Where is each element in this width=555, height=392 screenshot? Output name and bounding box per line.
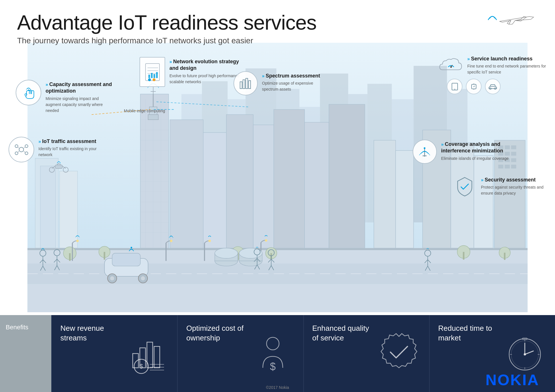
illustration-area: »Capacity assessment and optimization Mi…	[0, 43, 555, 312]
svg-rect-15	[40, 166, 56, 248]
svg-line-160	[18, 151, 19, 153]
quality-icon	[378, 331, 420, 376]
benefit-item-cost: Optimized cost of ownership $	[177, 315, 303, 392]
benefit-icon-cost: $	[251, 324, 294, 383]
svg-rect-129	[55, 165, 62, 169]
service-launch-callout: »Service launch readiness Fine tune end …	[438, 54, 546, 94]
document-icon	[143, 62, 162, 82]
spectrum-text: »Spectrum assessment Optimize usage of e…	[262, 71, 327, 92]
svg-point-75	[76, 240, 79, 242]
svg-point-87	[141, 276, 145, 280]
svg-rect-44	[474, 156, 493, 248]
svg-rect-36	[253, 125, 274, 248]
watch-icon-circle	[466, 79, 482, 94]
shield-icon	[455, 176, 475, 197]
svg-line-161	[24, 151, 25, 153]
tablet-icon	[450, 82, 459, 91]
airplane-decoration	[487, 9, 538, 31]
security-callout: »Security assessment Protect against sec…	[452, 174, 549, 199]
network-evolution-text: »Network evolution strategy and design E…	[169, 57, 241, 85]
cloud-icon	[438, 56, 464, 74]
time-icon	[505, 332, 545, 376]
svg-rect-143	[148, 75, 150, 78]
iot-traffic-icon	[14, 142, 29, 158]
benefit-text-revenue: New revenue streams	[60, 324, 120, 343]
svg-rect-38	[305, 122, 329, 248]
header-section: Advantage IoT readiness services The jou…	[0, 0, 555, 51]
page-subtitle: The journey towards high performance IoT…	[17, 36, 538, 45]
svg-line-159	[24, 147, 25, 148]
svg-rect-48	[511, 145, 516, 149]
benefit-icon-revenue: $	[125, 324, 169, 383]
svg-rect-145	[153, 74, 155, 78]
spectrum-callout: »Spectrum assessment Optimize usage of e…	[234, 71, 327, 95]
network-evolution-callout: »Network evolution strategy and design E…	[140, 57, 241, 87]
benefit-item-revenue: New revenue streams $	[51, 315, 177, 392]
svg-rect-33	[170, 120, 203, 248]
svg-point-154	[15, 145, 18, 148]
security-icon-area	[452, 174, 477, 199]
svg-rect-149	[240, 82, 242, 89]
svg-rect-41	[396, 150, 413, 248]
capacity-callout: »Capacity assessment and optimization Mi…	[16, 80, 114, 114]
svg-point-79	[208, 240, 211, 242]
capacity-icon-circle	[16, 80, 41, 105]
benefit-icon-quality	[377, 324, 421, 383]
benefit-text-time: Reduced time to market	[438, 324, 498, 343]
mobile-edge-label: Mobile edge computing	[124, 108, 165, 113]
cost-icon: $	[254, 331, 291, 376]
svg-point-157	[25, 152, 28, 155]
svg-rect-146	[156, 72, 158, 78]
svg-rect-35	[226, 115, 253, 248]
svg-rect-83	[112, 253, 140, 266]
tablet-icon-circle	[447, 79, 462, 94]
security-text: »Security assessment Protect against sec…	[481, 174, 549, 196]
svg-point-148	[153, 78, 155, 81]
benefits-label-cell: Benefits	[0, 315, 51, 392]
svg-rect-14	[60, 171, 77, 248]
spectrum-icon	[238, 75, 253, 91]
car-icon-circle	[485, 79, 501, 94]
service-launch-cloud-icon	[438, 56, 464, 75]
svg-rect-51	[511, 152, 516, 156]
iot-traffic-callout: »IoT traffic assessment Identify IoT tra…	[9, 137, 104, 162]
svg-point-77	[170, 240, 173, 242]
svg-rect-55	[498, 165, 503, 169]
svg-rect-63	[69, 253, 70, 261]
svg-text:$: $	[140, 363, 143, 370]
svg-point-168	[454, 89, 455, 89]
spectrum-icon-circle	[234, 71, 258, 95]
nokia-logo: NOKIA	[486, 371, 539, 389]
svg-rect-71	[463, 252, 464, 260]
svg-rect-57	[511, 165, 516, 169]
svg-line-190	[525, 351, 533, 354]
page-title: Advantage IoT readiness services	[17, 11, 538, 34]
svg-rect-150	[243, 80, 245, 89]
svg-rect-151	[246, 78, 248, 89]
svg-point-185	[267, 337, 279, 350]
benefits-bar: Benefits New revenue streams $ Optimized	[0, 315, 555, 392]
svg-rect-54	[511, 158, 516, 162]
device-icons-row	[447, 79, 546, 94]
svg-rect-131	[148, 115, 158, 120]
svg-point-166	[450, 66, 452, 68]
service-launch-text: »Service launch readiness Fine tune end …	[467, 54, 546, 75]
capacity-icon	[21, 85, 36, 101]
svg-point-153	[19, 147, 24, 152]
car-small-icon	[488, 82, 498, 91]
svg-point-88	[131, 247, 132, 248]
watch-icon	[470, 82, 478, 91]
svg-point-91	[215, 248, 238, 258]
footer: ©2017 Nokia	[0, 385, 555, 390]
svg-point-155	[25, 145, 28, 148]
svg-rect-65	[104, 252, 105, 260]
benefit-text-cost: Optimized cost of ownership	[186, 324, 246, 343]
svg-rect-39	[329, 104, 365, 248]
svg-point-138	[28, 89, 29, 91]
svg-rect-73	[504, 253, 505, 260]
revenue-icon: $	[127, 331, 167, 376]
svg-rect-40	[374, 140, 396, 248]
benefits-label: Benefits	[6, 324, 28, 331]
svg-point-147	[148, 78, 151, 81]
iot-traffic-text: »IoT traffic assessment Identify IoT tra…	[38, 137, 104, 158]
